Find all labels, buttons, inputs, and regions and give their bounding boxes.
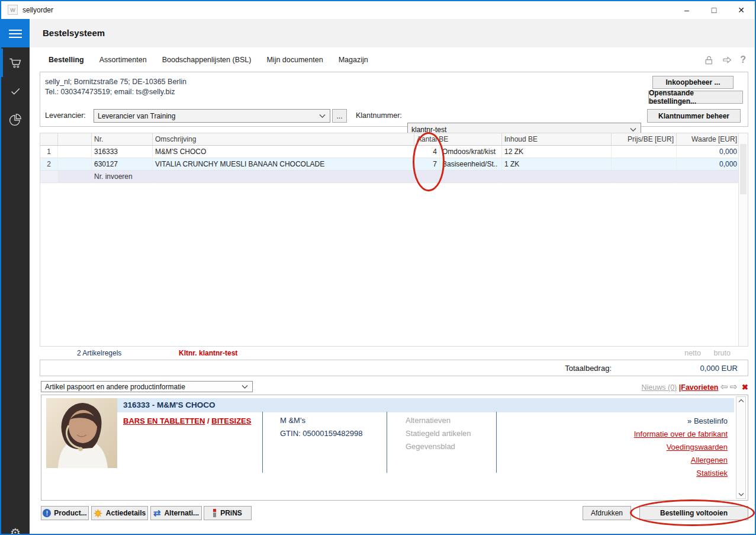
gear-icon: ⚙ — [10, 526, 21, 535]
product-button[interactable]: ! Product... — [41, 506, 89, 520]
title-bar: W sellyorder – □ ✕ — [1, 1, 755, 19]
category-link-bitesizes[interactable]: BITESIZES — [211, 417, 251, 425]
close-button[interactable]: ✕ — [728, 1, 755, 19]
address-line1: selly_nl; Bornitzstraße 75; DE-10365 Ber… — [45, 77, 186, 87]
minimize-button[interactable]: – — [673, 1, 700, 19]
cell-inhoud: 1 ZK — [502, 158, 612, 171]
table-header-row: Nr. Omschrijving Aantal BE Inhoud BE Pri… — [40, 133, 748, 146]
header-nr[interactable]: Nr. — [92, 133, 153, 145]
klantnummer-beheer-button[interactable]: Klantnummer beheer — [647, 109, 741, 123]
address-line2: Tel.: 030347473519; email: ts@selly.biz — [45, 87, 175, 97]
hamburger-menu-button[interactable] — [1, 19, 30, 47]
cell-aantal[interactable]: 4 — [414, 146, 440, 158]
category-links: BARS EN TABLETTEN / BITESIZES — [123, 417, 251, 425]
supplier-panel: selly_nl; Bornitzstraße 75; DE-10365 Ber… — [40, 72, 748, 127]
chevron-down-icon — [630, 127, 636, 132]
bruto-label: bruto — [706, 349, 731, 357]
cell-aantal[interactable]: 7 — [414, 158, 440, 171]
bestelinfo-link[interactable]: » Bestelinfo — [491, 415, 728, 428]
sidebar: ⚙ — [1, 19, 30, 534]
header-status — [58, 133, 92, 145]
swap-arrows-icon: ⇄ — [153, 508, 161, 518]
header-waarde[interactable]: Waarde [EUR] — [677, 133, 739, 145]
product-title-strip: 316333 - M&M'S CHOCO — [117, 398, 734, 412]
cell-waarde: 0,000 — [677, 158, 739, 171]
cell-omschrijving: M&M'S CHOCO — [153, 146, 414, 158]
table-row[interactable]: 2 630127 VITALIA CRUNCHY MUESLI BANAAN C… — [40, 158, 748, 171]
table-scrollbar-thumb[interactable] — [740, 144, 747, 194]
nieuws-link[interactable]: Nieuws (0) — [642, 383, 677, 392]
tab-mijn-documenten[interactable]: Mijn documenten — [266, 56, 323, 64]
statistiek-link[interactable]: Statistiek — [696, 469, 728, 478]
table-input-row[interactable]: Nr. invoeren — [40, 171, 748, 183]
voedingswaarden-link[interactable]: Voedingswaarden — [667, 443, 728, 451]
product-title: 316333 - M&M'S CHOCO — [123, 401, 215, 409]
header-aantal-be[interactable]: Aantal BE — [414, 133, 502, 145]
sidebar-item-settings[interactable]: ⚙ — [1, 518, 30, 535]
sidebar-item-confirm[interactable] — [1, 77, 30, 105]
gegevensblad-link: Gegevensblad — [406, 442, 455, 451]
product-gtin: GTIN: 05000159482998 — [280, 429, 363, 438]
tab-assortimenten[interactable]: Assortimenten — [99, 56, 147, 64]
info-links: Nieuws (0) |Favorieten ⇦ ⇨ ✖ — [593, 382, 748, 392]
row-status-cell — [58, 146, 92, 158]
sidebar-item-statistics[interactable] — [1, 105, 30, 134]
forward-arrow-icon[interactable] — [722, 55, 732, 65]
table-row[interactable]: 1 316333 M&M'S CHOCO 4 Omdoos/krat/kist … — [40, 146, 748, 158]
table-scrollbar[interactable] — [738, 133, 748, 346]
nav-back-icon[interactable]: ⇦ — [720, 382, 728, 392]
product-panel-scrollbar[interactable] — [736, 396, 746, 499]
cart-icon — [8, 55, 23, 71]
unlock-icon[interactable] — [704, 55, 714, 65]
more-suppliers-button[interactable]: ... — [332, 109, 347, 123]
chevron-down-icon — [319, 114, 326, 118]
category-link-bars[interactable]: BARS EN TABLETTEN — [123, 417, 205, 425]
help-icon[interactable]: ? — [740, 55, 746, 65]
leverancier-value: Leverancier van Training — [98, 112, 175, 120]
afdrukken-button[interactable]: Afdrukken — [583, 506, 631, 520]
openstaande-bestellingen-button[interactable]: Openstaande bestellingen... — [648, 91, 743, 104]
sidebar-item-order[interactable] — [1, 49, 30, 77]
info-selector[interactable]: Artikel paspoort en andere productinform… — [41, 381, 253, 392]
nr-invoeren-input[interactable]: Nr. invoeren — [92, 171, 153, 183]
leverancier-select[interactable]: Leverancier van Training — [94, 109, 330, 123]
row-number: 1 — [40, 146, 58, 158]
allergenen-link[interactable]: Allergenen — [691, 456, 728, 464]
inkoopbeheer-button[interactable]: Inkoopbeheer ... — [652, 76, 734, 89]
maximize-button[interactable]: □ — [700, 1, 728, 19]
checkmark-icon — [8, 84, 22, 98]
cell-be-unit: Basiseenheid/St.. — [440, 158, 502, 171]
app-window: W sellyorder – □ ✕ — [0, 0, 756, 535]
bestelling-voltooien-button[interactable]: Bestelling voltooien — [639, 506, 748, 520]
header-omschrijving[interactable]: Omschrijving — [153, 133, 414, 145]
totals-label: Totaalbedrag: — [565, 364, 612, 373]
cell-prijs — [612, 158, 677, 171]
prins-info-icon — [213, 509, 216, 517]
tab-bestelling[interactable]: Bestelling — [49, 56, 84, 64]
tab-magazijn[interactable]: Magazijn — [339, 56, 368, 64]
scroll-up-icon[interactable] — [738, 399, 744, 403]
totals-value: 0,000 EUR — [700, 364, 738, 373]
prins-button[interactable]: PRiNS — [204, 506, 252, 520]
statiegeld-link: Statiegeld artikelen — [406, 429, 471, 438]
cell-omschrijving: VITALIA CRUNCHY MUESLI BANAAN CHOCOLADE — [153, 158, 414, 171]
klantnummer-label: Klantnummer: — [356, 111, 402, 120]
page-title: Bestelsysteem — [43, 28, 105, 38]
nav-forward-icon[interactable]: ⇨ — [730, 382, 738, 392]
support-agent-photo — [46, 398, 117, 468]
promo-star-icon — [94, 509, 102, 518]
alternatieven-button[interactable]: ⇄ Alternati... — [150, 506, 202, 520]
product-info-icon: ! — [43, 509, 51, 517]
actiedetails-button[interactable]: Actiedetails — [91, 506, 148, 520]
fabrikant-link[interactable]: Informatie over de fabrikant — [634, 430, 728, 438]
chevron-down-icon — [242, 385, 248, 389]
close-info-icon[interactable]: ✖ — [742, 383, 748, 392]
tab-boodschappenlijsten[interactable]: Boodschappenlijsten (BSL) — [162, 56, 252, 64]
favorieten-link[interactable]: |Favorieten — [679, 383, 719, 392]
scroll-down-icon[interactable] — [738, 492, 744, 496]
article-count: 2 Artikelregels — [77, 349, 121, 357]
cell-be-unit: Omdoos/krat/kist — [440, 146, 502, 158]
header-prijs-be[interactable]: Prijs/BE [EUR] — [612, 133, 677, 145]
leverancier-label: Leverancier: — [45, 111, 86, 120]
header-inhoud-be[interactable]: Inhoud BE — [502, 133, 612, 145]
